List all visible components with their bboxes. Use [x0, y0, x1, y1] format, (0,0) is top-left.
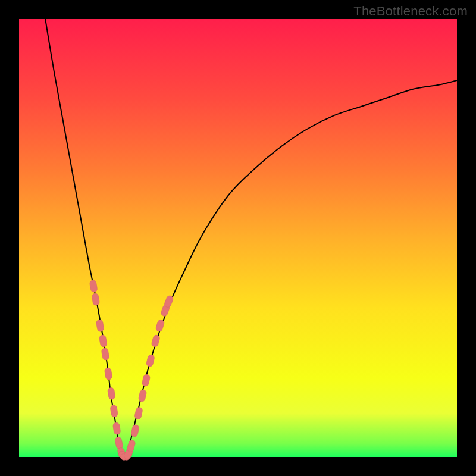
plot-area — [19, 19, 457, 457]
curve-marker — [146, 354, 155, 367]
curve-marker — [112, 422, 121, 434]
curve-marker — [99, 334, 107, 347]
curve-marker — [107, 387, 115, 400]
bottleneck-curve — [45, 19, 457, 457]
curve-markers — [89, 280, 174, 461]
curve-marker — [134, 406, 143, 419]
curve-marker — [104, 367, 112, 380]
curve-marker — [142, 374, 151, 387]
curve-marker — [130, 424, 139, 437]
curve-marker — [110, 405, 118, 417]
curve-marker — [89, 280, 98, 293]
curve-marker — [138, 389, 147, 402]
curve-marker — [155, 319, 165, 332]
curve-svg — [19, 19, 457, 457]
curve-marker — [101, 347, 109, 360]
watermark-text: TheBottleneck.com — [353, 4, 468, 19]
curve-marker — [96, 319, 104, 332]
curve-marker — [114, 437, 123, 450]
curve-marker — [92, 293, 100, 306]
curve-marker — [126, 439, 136, 452]
curve-marker — [151, 334, 161, 347]
chart-frame: TheBottleneck.com — [0, 0, 476, 476]
